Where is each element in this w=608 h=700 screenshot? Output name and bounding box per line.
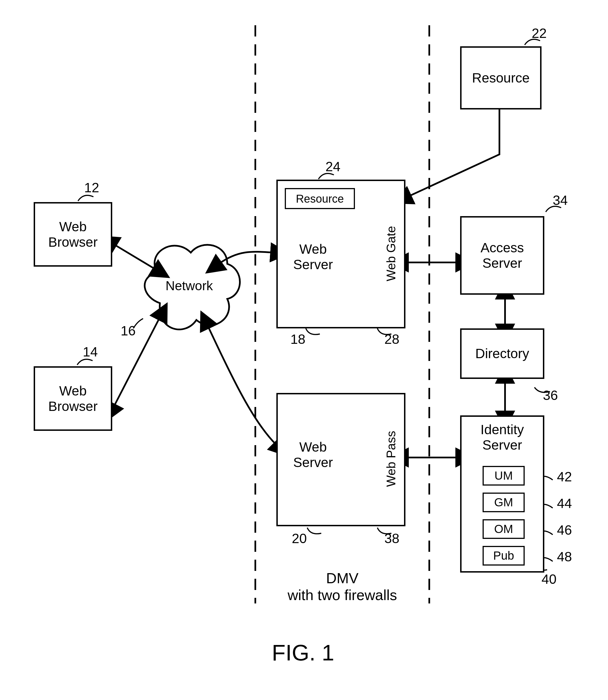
ref-24: 24: [325, 160, 340, 173]
web-browser-1-label: Web Browser: [48, 219, 98, 250]
ref-36: 36: [543, 389, 558, 402]
ref-42: 42: [557, 470, 572, 484]
figure-label: FIG. 1: [247, 640, 359, 666]
pub-box: Pub: [482, 546, 525, 566]
directory-box: Directory: [460, 328, 544, 379]
resource-24-label: Resource: [296, 192, 344, 205]
om-label: OM: [494, 522, 513, 536]
ref-28: 28: [384, 333, 399, 346]
web-server-18-label: Web Server: [293, 241, 333, 272]
web-pass-label: Web Pass: [384, 431, 398, 487]
ref-38: 38: [384, 532, 399, 545]
ref-14: 14: [83, 345, 98, 359]
ref-40: 40: [542, 573, 556, 586]
um-box: UM: [482, 466, 525, 485]
identity-server-box: Identity Server UM GM OM Pub: [460, 416, 544, 573]
network-label: Network: [166, 279, 213, 292]
web-gate-label: Web Gate: [384, 226, 398, 281]
ref-16: 16: [121, 324, 135, 338]
ref-44: 44: [557, 497, 572, 510]
resource-box-22: Resource: [460, 46, 542, 109]
pub-label: Pub: [493, 549, 514, 563]
om-box: OM: [482, 519, 525, 539]
gm-label: GM: [494, 496, 513, 509]
ref-46: 46: [557, 523, 572, 537]
gm-box: GM: [482, 493, 525, 512]
resource-22-label: Resource: [472, 70, 529, 86]
svg-line-2: [114, 244, 156, 270]
identity-server-label: Identity Server: [461, 422, 543, 453]
directory-label: Directory: [475, 346, 529, 361]
ref-12: 12: [84, 181, 99, 195]
web-browser-box-2: Web Browser: [34, 366, 112, 431]
zone-caption: DMV with two firewalls: [272, 570, 413, 604]
web-server-box-20: Web Server Web Pass: [277, 393, 405, 526]
ref-34: 34: [553, 194, 568, 207]
web-server-box-18: Resource Web Server Web Gate: [277, 180, 405, 328]
access-server-label: Access Server: [481, 240, 524, 271]
ref-20: 20: [292, 532, 307, 545]
diagram-canvas: Web Browser 12 Web Browser 14 Network 16…: [0, 0, 608, 700]
ref-22: 22: [532, 27, 547, 40]
ref-48: 48: [557, 550, 572, 564]
web-browser-2-label: Web Browser: [48, 383, 98, 414]
web-browser-box-1: Web Browser: [34, 202, 112, 266]
access-server-box: Access Server: [460, 216, 544, 295]
ref-18: 18: [290, 333, 305, 346]
web-server-20-label: Web Server: [293, 439, 333, 470]
um-label: UM: [494, 469, 513, 482]
resource-box-24: Resource: [285, 188, 355, 209]
